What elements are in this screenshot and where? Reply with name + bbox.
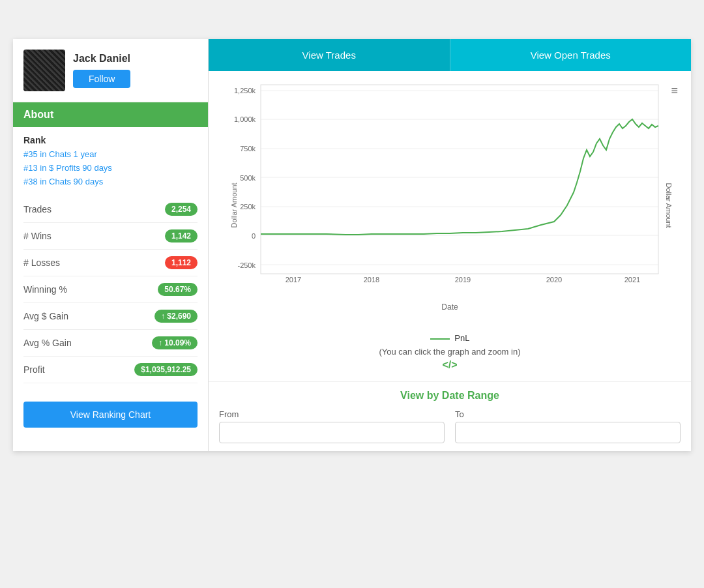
date-from-field: From bbox=[219, 409, 445, 443]
tab-bar: View Trades View Open Trades bbox=[209, 39, 691, 71]
svg-text:2019: 2019 bbox=[455, 276, 471, 284]
date-range-inputs: From To bbox=[219, 409, 681, 443]
svg-text:500k: 500k bbox=[240, 174, 256, 182]
stat-value-wins: 1,142 bbox=[165, 229, 198, 243]
chart-wrapper[interactable]: Dollar Amount Dollar Amount 1,250k 1,000… bbox=[219, 81, 681, 329]
chart-hint: (You can click the graph and zoom in) bbox=[219, 344, 681, 358]
date-to-field: To bbox=[455, 409, 681, 443]
date-from-input[interactable] bbox=[219, 422, 445, 443]
svg-text:2021: 2021 bbox=[624, 276, 640, 284]
view-ranking-chart-button[interactable]: View Ranking Chart bbox=[23, 402, 198, 428]
avatar bbox=[23, 50, 65, 91]
svg-text:-250k: -250k bbox=[237, 261, 256, 269]
stat-label-trades: Trades bbox=[23, 204, 51, 214]
embed-icon[interactable]: </> bbox=[219, 358, 681, 376]
legend-line-icon bbox=[430, 338, 450, 340]
rank-section: Rank #35 in Chats 1 year #13 in $ Profit… bbox=[23, 135, 198, 188]
y-axis-label-right: Dollar Amount bbox=[664, 183, 672, 228]
about-content: Rank #35 in Chats 1 year #13 in $ Profit… bbox=[13, 127, 208, 391]
rank-link-1[interactable]: #35 in Chats 1 year bbox=[23, 148, 198, 162]
stat-row-trades: Trades 2,254 bbox=[23, 196, 198, 223]
chart-area: ≡ Dollar Amount Dollar Amount 1,250k 1,0… bbox=[209, 71, 691, 381]
stat-row-avg-dollar-gain: Avg $ Gain ↑ $2,690 bbox=[23, 303, 198, 330]
about-header: About bbox=[13, 102, 208, 127]
left-panel: Jack Daniel Follow About Rank #35 in Cha… bbox=[13, 39, 209, 451]
date-range-title: View by Date Range bbox=[219, 390, 681, 402]
stat-row-wins: # Wins 1,142 bbox=[23, 223, 198, 250]
stat-label-avg-dollar-gain: Avg $ Gain bbox=[23, 311, 68, 321]
svg-text:750k: 750k bbox=[240, 145, 256, 153]
stat-row-profit: Profit $1,035,912.25 bbox=[23, 357, 198, 383]
legend-label: PnL bbox=[454, 333, 469, 343]
stat-row-avg-pct-gain: Avg % Gain ↑ 10.09% bbox=[23, 330, 198, 357]
follow-button[interactable]: Follow bbox=[73, 70, 130, 88]
stat-label-winning-pct: Winning % bbox=[23, 284, 67, 295]
stat-label-avg-pct-gain: Avg % Gain bbox=[23, 338, 72, 348]
stat-row-losses: # Losses 1,112 bbox=[23, 250, 198, 276]
pnl-chart[interactable]: 1,250k 1,000k 750k 500k 250k 0 -250k bbox=[219, 81, 681, 303]
profile-info: Jack Daniel Follow bbox=[73, 53, 130, 88]
rank-link-2[interactable]: #13 in $ Profits 90 days bbox=[23, 162, 198, 175]
right-panel: View Trades View Open Trades ≡ Dollar Am… bbox=[209, 39, 691, 451]
stat-value-avg-pct-gain: ↑ 10.09% bbox=[152, 336, 198, 349]
stat-value-profit: $1,035,912.25 bbox=[134, 363, 198, 376]
stat-value-losses: 1,112 bbox=[165, 256, 198, 269]
stat-label-profit: Profit bbox=[23, 364, 45, 375]
stat-value-avg-dollar-gain: ↑ $2,690 bbox=[154, 310, 198, 323]
rank-link-3[interactable]: #38 in Chats 90 days bbox=[23, 175, 198, 189]
chart-legend: PnL bbox=[219, 329, 681, 344]
date-to-input[interactable] bbox=[455, 422, 681, 443]
stat-label-wins: # Wins bbox=[23, 231, 51, 241]
x-axis-label: Date bbox=[219, 302, 681, 312]
stat-row-winning-pct: Winning % 50.67% bbox=[23, 276, 198, 303]
svg-text:1,250k: 1,250k bbox=[234, 87, 256, 95]
svg-text:2018: 2018 bbox=[364, 276, 379, 284]
svg-text:2020: 2020 bbox=[546, 276, 562, 284]
stat-label-losses: # Losses bbox=[23, 257, 60, 268]
svg-text:250k: 250k bbox=[240, 203, 256, 211]
rank-label: Rank bbox=[23, 135, 198, 145]
date-to-label: To bbox=[455, 409, 681, 419]
stat-value-winning-pct: 50.67% bbox=[158, 283, 198, 296]
tab-view-open-trades[interactable]: View Open Trades bbox=[450, 39, 692, 71]
stat-value-trades: 2,254 bbox=[165, 203, 198, 216]
profile-section: Jack Daniel Follow bbox=[13, 39, 208, 102]
svg-text:1,000k: 1,000k bbox=[234, 115, 256, 123]
date-from-label: From bbox=[219, 409, 445, 419]
y-axis-label: Dollar Amount bbox=[230, 183, 238, 228]
profile-name: Jack Daniel bbox=[73, 53, 130, 65]
svg-rect-19 bbox=[261, 85, 658, 274]
tab-view-trades[interactable]: View Trades bbox=[209, 39, 450, 71]
svg-text:2017: 2017 bbox=[286, 276, 301, 284]
svg-text:0: 0 bbox=[252, 232, 256, 240]
date-range-section: View by Date Range From To bbox=[209, 381, 691, 451]
